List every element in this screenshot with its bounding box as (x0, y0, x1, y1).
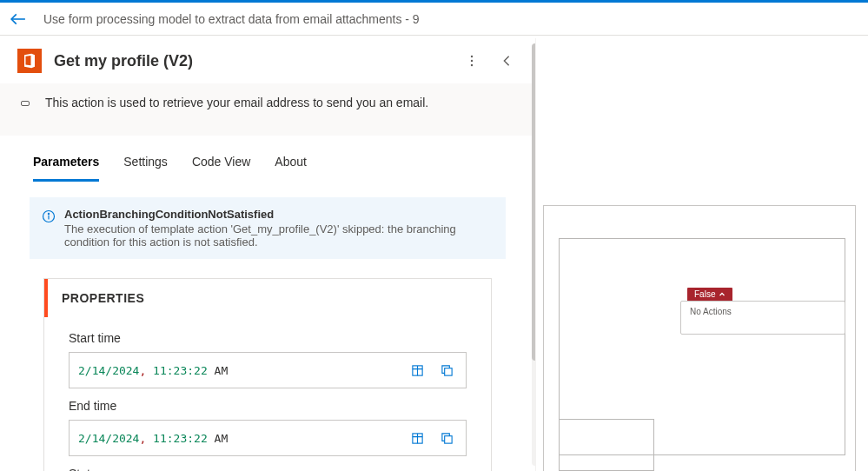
flow-canvas[interactable]: False No Actions (535, 38, 868, 471)
status-label: Status (69, 467, 467, 471)
false-branch-body: No Actions (680, 301, 845, 335)
schema-icon[interactable] (407, 360, 427, 381)
flow-run-title: Use form processing model to extract dat… (43, 12, 420, 26)
start-time-value: 2/14/2024, 11:23:22 AM (78, 364, 398, 377)
collapse-icon[interactable] (495, 50, 518, 72)
end-time-label: End time (69, 399, 467, 413)
tab-about[interactable]: About (275, 155, 307, 182)
page-header: Use form processing model to extract dat… (0, 3, 868, 36)
svg-point-0 (471, 56, 473, 57)
info-icon (42, 209, 56, 249)
false-badge-label: False (694, 289, 715, 299)
svg-rect-8 (444, 435, 451, 442)
tab-code-view[interactable]: Code View (192, 155, 250, 182)
false-body-label: No Actions (690, 307, 732, 316)
copy-icon[interactable] (436, 428, 457, 448)
tab-settings[interactable]: Settings (123, 155, 168, 182)
tab-bar: Parameters Settings Code View About (30, 155, 518, 182)
canvas-true-box (559, 419, 654, 471)
action-title: Get my profile (V2) (54, 52, 448, 70)
end-time-value: 2/14/2024, 11:23:22 AM (78, 432, 398, 445)
action-description-bar: This action is used to retrieve your ema… (0, 83, 535, 136)
svg-rect-6 (444, 368, 451, 375)
schema-icon[interactable] (407, 428, 427, 448)
action-description: This action is used to retrieve your ema… (45, 96, 428, 109)
action-header-row: Get my profile (V2) (0, 38, 535, 83)
properties-heading: PROPERTIES (44, 279, 491, 317)
app-root: Use form processing model to extract dat… (0, 0, 868, 471)
false-branch: False No Actions (680, 286, 845, 335)
back-icon[interactable] (10, 11, 26, 27)
svg-point-2 (471, 64, 473, 66)
note-icon (21, 101, 30, 106)
more-icon[interactable] (461, 50, 483, 72)
properties-card: PROPERTIES Start time 2/14/2024, 11:23:2… (43, 278, 492, 471)
body: Get my profile (V2) This action is used … (0, 38, 868, 471)
start-time-label: Start time (69, 331, 467, 345)
tab-parameters[interactable]: Parameters (33, 155, 99, 182)
false-badge: False (687, 288, 732, 301)
start-time-row: 2/14/2024, 11:23:22 AM (69, 352, 467, 388)
info-title: ActionBranchingConditionNotSatisfied (64, 208, 494, 221)
svg-point-4 (48, 213, 49, 214)
office365-icon (17, 49, 42, 73)
info-message: ActionBranchingConditionNotSatisfied The… (30, 197, 506, 259)
info-body: The execution of template action 'Get_my… (64, 222, 494, 249)
end-time-row: 2/14/2024, 11:23:22 AM (69, 420, 467, 456)
properties-body: Start time 2/14/2024, 11:23:22 AM End ti… (44, 317, 491, 471)
details-panel: Get my profile (V2) This action is used … (0, 38, 535, 471)
copy-icon[interactable] (436, 360, 457, 381)
svg-point-1 (471, 60, 473, 62)
